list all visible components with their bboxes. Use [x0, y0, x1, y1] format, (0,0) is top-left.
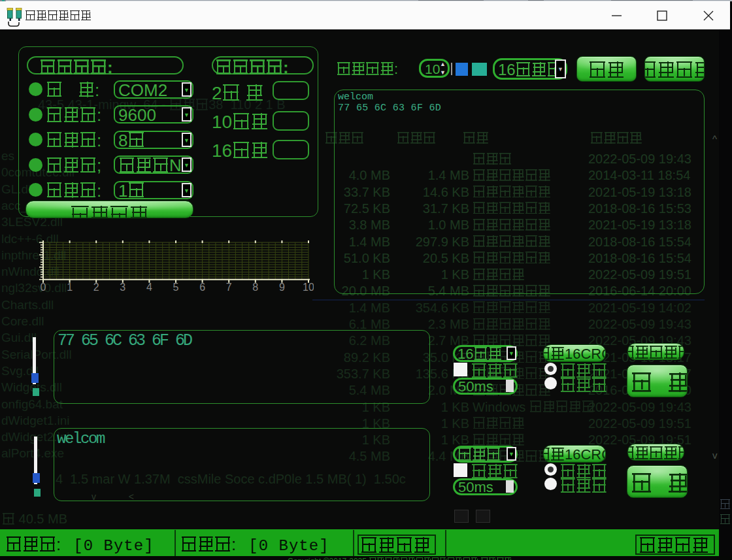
- svg-text:1: 1: [67, 282, 73, 293]
- svg-text:8: 8: [252, 282, 258, 293]
- svg-text:0: 0: [41, 282, 46, 293]
- svg-text:7: 7: [226, 282, 232, 293]
- svg-text:5: 5: [173, 282, 179, 293]
- svg-text:10: 10: [303, 282, 314, 293]
- svg-text:6: 6: [199, 282, 205, 293]
- svg-text:3: 3: [120, 282, 125, 293]
- svg-text:9: 9: [279, 282, 285, 293]
- svg-text:2: 2: [93, 282, 99, 293]
- svg-text:4: 4: [146, 282, 152, 293]
